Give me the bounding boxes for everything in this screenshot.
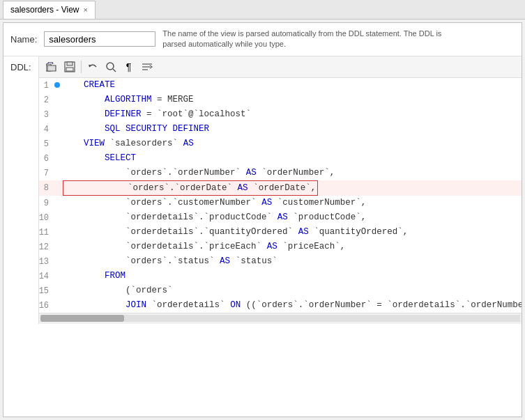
line-indicator: [54, 137, 60, 151]
line-indicator: [54, 283, 60, 298]
line-indicator: [54, 254, 60, 269]
code-editor[interactable]: 1 CREATE 2 ALGORITHM = MERGE: [39, 78, 522, 313]
ddl-label: DDL:: [3, 56, 38, 78]
line-code: SQL SECURITY DEFINER: [60, 122, 522, 137]
line-number: 16: [39, 298, 54, 313]
line-number: 4: [39, 122, 54, 137]
scroll-thumb[interactable]: [40, 315, 124, 322]
line-indicator: [54, 107, 60, 122]
format-button[interactable]: ¶: [121, 59, 137, 75]
table-row: 4 SQL SECURITY DEFINER: [39, 122, 522, 137]
line-indicator: [54, 166, 60, 180]
line-indicator: [54, 269, 60, 283]
line-indicator: [54, 240, 60, 254]
tab-label: salesorders - View: [10, 5, 79, 15]
line-number: 14: [39, 269, 54, 283]
svg-line-5: [113, 69, 116, 72]
line-number: 1: [39, 78, 54, 93]
table-row: 16 JOIN `orderdetails` ON ((`orders`.`or…: [39, 298, 522, 313]
line-number: 12: [39, 240, 54, 254]
table-row: 3 DEFINER = `root`@`localhost`: [39, 107, 522, 122]
table-row: 14 FROM: [39, 269, 522, 283]
table-row: 2 ALGORITHM = MERGE: [39, 93, 522, 107]
table-row: 9 `orders`.`customerNumber` AS `customer…: [39, 196, 522, 210]
ddl-area: ¶ 1 CREATE: [38, 56, 522, 324]
line-number: 3: [39, 107, 54, 122]
name-hint: The name of the view is parsed automatic…: [162, 29, 455, 50]
view-tab[interactable]: salesorders - View ×: [3, 1, 96, 19]
line-code: `orders`.`customerNumber` AS `customerNu…: [60, 196, 522, 210]
name-label: Name:: [10, 34, 37, 45]
name-input[interactable]: [44, 31, 155, 47]
toolbar-separator-1: [81, 61, 82, 73]
line-indicator: [54, 298, 60, 313]
line-code: `orders`.`status` AS `status`: [60, 254, 522, 269]
table-row: 10 `orderdetails`.`productCode` AS `prod…: [39, 210, 522, 225]
svg-rect-3: [66, 68, 73, 71]
table-row: 7 `orders`.`orderNumber` AS `orderNumber…: [39, 166, 522, 180]
wrap-button[interactable]: [139, 59, 155, 75]
line-indicator: [54, 78, 60, 93]
line-code: ALGORITHM = MERGE: [60, 93, 522, 107]
line-indicator: [54, 122, 60, 137]
line-code: (`orders`: [60, 283, 522, 298]
svg-rect-2: [67, 62, 73, 65]
line-number: 6: [39, 151, 54, 166]
line-number: 8: [39, 180, 54, 196]
line-code: `orderdetails`.`productCode` AS `product…: [60, 210, 522, 225]
undo-button[interactable]: [84, 59, 101, 75]
line-indicator: [54, 93, 60, 107]
line-number: 9: [39, 196, 54, 210]
tab-close-icon[interactable]: ×: [83, 6, 87, 14]
line-code: DEFINER = `root`@`localhost`: [60, 107, 522, 122]
line-number: 7: [39, 166, 54, 180]
line-code: `orderdetails`.`quantityOrdered` AS `qua…: [60, 225, 522, 240]
code-table: 1 CREATE 2 ALGORITHM = MERGE: [39, 78, 522, 313]
line-code: JOIN `orderdetails` ON ((`orders`.`order…: [60, 298, 522, 313]
line-indicator: [54, 151, 60, 166]
horizontal-scrollbar[interactable]: [39, 313, 522, 324]
scroll-track[interactable]: [40, 315, 520, 322]
line-indicator: [54, 225, 60, 240]
search-button[interactable]: [102, 59, 119, 75]
svg-point-4: [107, 63, 114, 70]
table-row: 13 `orders`.`status` AS `status`: [39, 254, 522, 269]
line-code: FROM: [60, 269, 522, 283]
title-bar: salesorders - View ×: [0, 0, 525, 20]
table-row: 6 SELECT: [39, 151, 522, 166]
table-row: 8 `orders`.`orderDate` AS `orderDate`,: [39, 180, 522, 196]
line-number: 2: [39, 93, 54, 107]
line-code: CREATE: [60, 78, 522, 93]
table-row: 12 `orderdetails`.`priceEach` AS `priceE…: [39, 240, 522, 254]
line-number: 5: [39, 137, 54, 151]
line-number: 15: [39, 283, 54, 298]
open-file-button[interactable]: [43, 59, 60, 75]
main-panel: Name: The name of the view is parsed aut…: [3, 22, 522, 417]
line-indicator: [54, 180, 60, 196]
name-row: Name: The name of the view is parsed aut…: [3, 23, 522, 56]
line-code: `orderdetails`.`priceEach` AS `priceEach…: [60, 240, 522, 254]
line-number: 10: [39, 210, 54, 225]
line-code: VIEW `salesorders` AS: [60, 137, 522, 151]
line-number: 11: [39, 225, 54, 240]
line-number: 13: [39, 254, 54, 269]
save-button[interactable]: [61, 59, 78, 75]
line-code: SELECT: [60, 151, 522, 166]
line-indicator: [54, 210, 60, 225]
table-row: 5 VIEW `salesorders` AS: [39, 137, 522, 151]
ddl-toolbar: ¶: [39, 56, 522, 78]
table-row: 1 CREATE: [39, 78, 522, 93]
line-code: `orders`.`orderNumber` AS `orderNumber`,: [60, 166, 522, 180]
line-code-highlighted: `orders`.`orderDate` AS `orderDate`,: [60, 180, 522, 196]
line-indicator: [54, 196, 60, 210]
ddl-row: DDL: ¶: [3, 56, 522, 417]
table-row: 15 (`orders`: [39, 283, 522, 298]
table-row: 11 `orderdetails`.`quantityOrdered` AS `…: [39, 225, 522, 240]
